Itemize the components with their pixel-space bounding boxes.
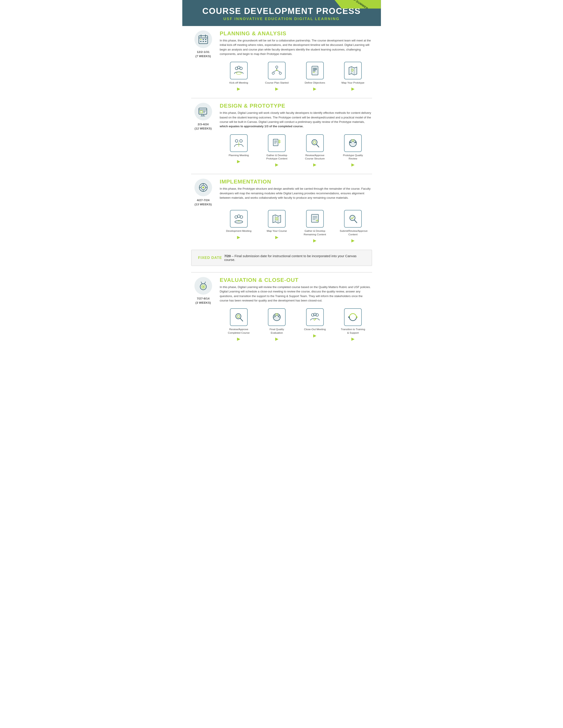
gather-remaining-label: Gather & Develop Remaining Content: [302, 229, 328, 236]
section-icon-box-design: 2/3-4/24(12 WEEKS): [191, 103, 215, 131]
divider-1: [191, 98, 372, 98]
planning-title: Planning & Analysis: [220, 30, 372, 37]
svg-point-20: [276, 69, 277, 71]
course-plan-arrow: ▶: [275, 86, 278, 91]
evaluation-content: Evaluation & Close-Out In this phase, Di…: [220, 277, 372, 303]
svg-rect-25: [313, 72, 315, 73]
design-content: Design & Prototype In this phase, Digita…: [220, 103, 372, 129]
implementation-desc: In this phase, the Prototype structure a…: [220, 187, 372, 200]
svg-marker-96: [357, 316, 358, 318]
svg-point-55: [355, 142, 356, 143]
section-planning: 12/2-1/31(7 WEEKS) Planning & Analysis I…: [191, 30, 372, 91]
map-prototype-icon: [344, 62, 362, 79]
closeout-icon: [306, 308, 324, 326]
review-complete-label: Review/Approve Completed Course: [225, 328, 252, 335]
planning-meeting-label: Planning Meeting: [229, 154, 249, 157]
step-submit-approve: Submit/Review/Approve Content ▶: [334, 210, 372, 243]
step-final-quality: Final Quality Evaluation ▶: [258, 308, 296, 341]
design-date: 2/3-4/24(12 WEEKS): [195, 122, 212, 131]
gather-remaining-arrow: ▶: [313, 238, 317, 243]
closeout-label: Close-Out Meeting: [304, 328, 326, 331]
review-complete-arrow: ▶: [237, 336, 240, 341]
section-icon-box-eval: 7/27-8/14(3 WEEKS): [191, 277, 215, 305]
svg-rect-8: [202, 41, 204, 42]
svg-point-72: [276, 218, 277, 219]
section-evaluation: 7/27-8/14(3 WEEKS) Evaluation & Close-Ou…: [191, 277, 372, 341]
svg-line-85: [204, 282, 205, 284]
map-course-icon: [268, 210, 286, 228]
svg-rect-9: [205, 41, 206, 42]
planning-steps: Kick-off Meeting ▶ Course Plan S: [220, 62, 372, 91]
divider-2: [191, 174, 372, 174]
svg-point-90: [273, 315, 275, 317]
course-plan-label: Course Plan Started: [265, 81, 289, 84]
map-course-arrow: ▶: [275, 235, 278, 240]
step-kickoff: Kick-off Meeting ▶: [220, 62, 258, 91]
planning-desc: In this phase, the groundwork will be se…: [220, 38, 372, 56]
step-define-objectives: Define Objectives ▶: [296, 62, 334, 91]
svg-point-16: [279, 72, 282, 74]
svg-rect-4: [200, 39, 201, 40]
dev-meeting-icon: [230, 210, 247, 228]
planning-content: Planning & Analysis In this phase, the g…: [220, 30, 372, 56]
svg-line-87: [240, 318, 243, 321]
evaluation-phase-icon: [194, 277, 212, 295]
svg-point-41: [240, 140, 242, 142]
step-gather-develop: Gather & Develop Prototype Content ▶: [258, 134, 296, 167]
svg-point-91: [278, 315, 280, 317]
svg-point-86: [236, 314, 241, 319]
svg-rect-43: [273, 139, 278, 146]
submit-approve-label: Submit/Review/Approve Content: [340, 229, 366, 236]
svg-point-65: [240, 216, 243, 218]
step-map-course: Map Your Course ▶: [258, 210, 296, 243]
svg-point-59: [202, 187, 204, 188]
define-objectives-label: Define Objectives: [305, 81, 325, 84]
transition-icon: [344, 308, 362, 326]
evaluation-steps: Review/Approve Completed Course ▶ Final …: [220, 308, 372, 341]
submit-approve-arrow: ▶: [351, 238, 355, 243]
svg-rect-23: [313, 69, 317, 70]
course-plan-icon: [268, 62, 286, 79]
svg-point-14: [275, 66, 278, 68]
svg-point-50: [312, 140, 317, 145]
svg-line-51: [317, 144, 319, 147]
evaluation-title: Evaluation & Close-Out: [220, 277, 372, 283]
implementation-steps: Development Meeting ▶ Map Your Course ▶: [220, 210, 372, 243]
quality-review-label: Prototype Quality Review: [340, 154, 366, 161]
season-badge: Spring-Summer 2020: [335, 0, 381, 9]
review-approve-icon: [306, 134, 324, 152]
step-course-plan: Course Plan Started ▶: [258, 62, 296, 91]
planning-meeting-icon: [230, 134, 247, 152]
dev-meeting-label: Development Meeting: [226, 229, 251, 233]
review-complete-icon: [230, 308, 247, 326]
kickoff-icon: [230, 62, 247, 79]
svg-line-80: [355, 220, 357, 223]
svg-rect-5: [202, 39, 204, 40]
evaluation-desc: In this phase, Digital Learning will rev…: [220, 285, 372, 303]
review-approve-label: Review/Approve Course Structure: [302, 154, 328, 161]
section-design: 2/3-4/24(12 WEEKS) Design & Prototype In…: [191, 103, 372, 167]
svg-point-64: [235, 216, 237, 218]
implementation-title: Implementation: [220, 179, 372, 185]
svg-point-40: [235, 140, 238, 142]
gather-develop-arrow: ▶: [275, 162, 278, 167]
page-subtitle: USF Innovative Education Digital Learnin…: [187, 17, 377, 21]
svg-rect-7: [200, 41, 201, 42]
quality-review-icon: [344, 134, 362, 152]
step-transition: Transition to Training & Support ▶: [334, 308, 372, 341]
svg-rect-6: [205, 39, 206, 40]
step-dev-meeting: Development Meeting ▶: [220, 210, 258, 243]
svg-point-13: [236, 72, 241, 74]
dev-meeting-arrow: ▶: [237, 235, 240, 240]
implementation-phase-icon: [194, 179, 212, 196]
kickoff-arrow: ▶: [237, 86, 240, 91]
map-course-label: Map Your Course: [267, 229, 287, 233]
step-quality-review: Prototype Quality Review ▶: [334, 134, 372, 167]
quality-review-arrow: ▶: [351, 162, 355, 167]
design-desc: In this phase, Digital Learning will wor…: [220, 111, 372, 129]
define-objectives-arrow: ▶: [313, 86, 317, 91]
planning-phase-icon: [194, 30, 212, 48]
step-review-approve: Review/Approve Course Structure ▶: [296, 134, 334, 167]
step-planning-meeting: Planning Meeting ▶: [220, 134, 258, 167]
transition-label: Transition to Training & Support: [340, 328, 366, 335]
